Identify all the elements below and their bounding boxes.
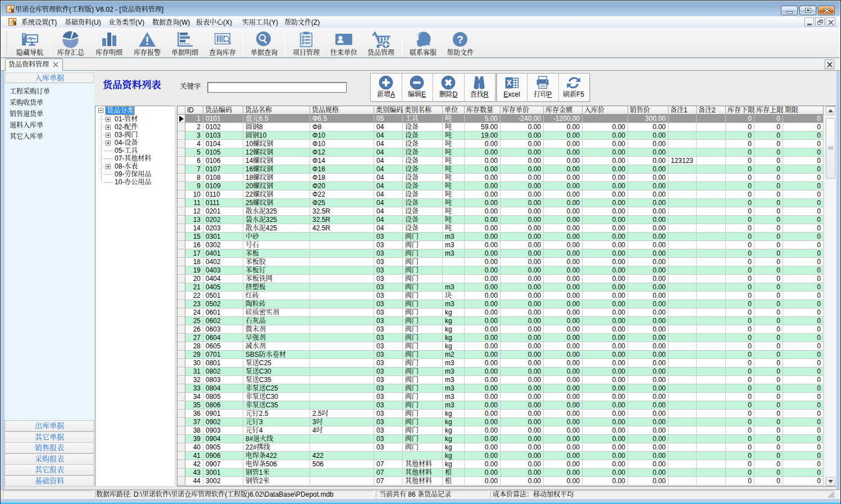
svg-text:?: ? [457, 34, 463, 46]
